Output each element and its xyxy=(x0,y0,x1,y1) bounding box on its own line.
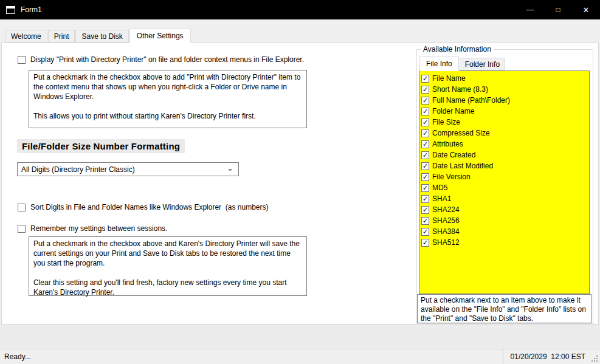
tab-save-to-disk[interactable]: Save to Disk xyxy=(75,30,128,43)
chevron-down-icon: ⌄ xyxy=(227,163,233,173)
status-datetime: 01/20/2029 12:00 EST xyxy=(503,349,585,364)
list-item[interactable]: ✓ Full Name (Path\Folder) xyxy=(419,95,589,106)
tab-folder-info[interactable]: Folder Info xyxy=(460,58,505,70)
checked-checkbox-icon: ✓ xyxy=(421,184,429,192)
remember-settings-label: Remember my settings between sessions. xyxy=(30,224,167,233)
checked-checkbox-icon: ✓ xyxy=(421,140,429,148)
list-item-label: Compressed Size xyxy=(432,129,490,137)
list-item-label: File Name xyxy=(432,74,466,83)
context-menu-help-text: Put a checkmark in the checkbox above to… xyxy=(29,70,307,128)
checked-checkbox-icon: ✓ xyxy=(421,118,429,126)
resize-grip-icon[interactable] xyxy=(591,355,598,362)
tab-other-settings[interactable]: Other Settings xyxy=(129,29,191,43)
app-icon xyxy=(6,6,15,14)
list-item[interactable]: ✓ Date Created xyxy=(419,149,589,160)
size-formatting-heading: File/Folder Size Number Formatting xyxy=(17,139,185,153)
remember-settings-checkbox[interactable] xyxy=(18,225,26,233)
checked-checkbox-icon: ✓ xyxy=(421,151,429,159)
size-format-dropdown[interactable]: All Digits (Directory Printer Classic) ⌄ xyxy=(17,162,239,176)
list-item[interactable]: ✓ File Version xyxy=(419,171,589,182)
file-info-list: ✓ File Name ✓ Short Name (8.3) ✓ Full Na… xyxy=(419,70,590,294)
list-item-label: SHA512 xyxy=(432,238,460,247)
checked-checkbox-icon: ✓ xyxy=(421,75,429,83)
checked-checkbox-icon: ✓ xyxy=(421,162,429,170)
checked-checkbox-icon: ✓ xyxy=(421,228,429,236)
context-menu-checkbox-label: Display "Print with Directory Printer" o… xyxy=(30,55,304,64)
list-item[interactable]: ✓ SHA384 xyxy=(419,226,589,237)
checked-checkbox-icon: ✓ xyxy=(421,195,429,203)
checked-checkbox-icon: ✓ xyxy=(421,217,429,225)
size-format-value: All Digits (Directory Printer Classic) xyxy=(21,165,135,174)
list-item-label: Attributes xyxy=(432,140,463,148)
list-item-label: Full Name (Path\Folder) xyxy=(432,96,510,105)
maximize-button[interactable]: □ xyxy=(544,0,572,19)
list-item-label: SHA256 xyxy=(432,216,460,225)
available-information-title: Available Information xyxy=(421,45,494,53)
available-information-group: Available Information File Info Folder I… xyxy=(416,49,593,324)
available-information-hint: Put a checkmark next to an item above to… xyxy=(417,294,591,323)
tab-welcome[interactable]: Welcome xyxy=(5,30,47,43)
tab-file-info[interactable]: File Info xyxy=(419,57,459,71)
footer-band: Help About Exit xyxy=(0,325,600,349)
list-item-label: SHA1 xyxy=(432,194,451,203)
list-item-label: Short Name (8.3) xyxy=(432,85,488,94)
list-item[interactable]: ✓ Short Name (8.3) xyxy=(419,84,589,95)
minimize-button[interactable]: — xyxy=(516,0,544,19)
checked-checkbox-icon: ✓ xyxy=(421,206,429,214)
remember-settings-help-text: Put a checkmark in the checkbox above an… xyxy=(29,236,307,296)
tab-print[interactable]: Print xyxy=(48,30,75,43)
app-window: Form1 — □ ✕ Welcome Print Save to Disk O… xyxy=(0,0,600,364)
checked-checkbox-icon: ✓ xyxy=(421,239,429,247)
titlebar: Form1 — □ ✕ xyxy=(0,0,600,19)
checked-checkbox-icon: ✓ xyxy=(421,129,429,137)
remember-settings-checkbox-row[interactable]: Remember my settings between sessions. xyxy=(18,224,167,233)
close-button[interactable]: ✕ xyxy=(572,0,600,19)
list-item[interactable]: ✓ File Size xyxy=(419,117,589,128)
sort-digits-label: Sort Digits in File and Folder Names lik… xyxy=(30,203,268,211)
list-item-label: File Size xyxy=(432,118,460,126)
list-item-label: Date Last Modified xyxy=(432,162,493,170)
list-item[interactable]: ✓ Attributes xyxy=(419,139,589,149)
checked-checkbox-icon: ✓ xyxy=(421,108,429,115)
list-item[interactable]: ✓ Folder Name xyxy=(419,106,589,117)
list-item[interactable]: ✓ SHA1 xyxy=(419,193,589,204)
checked-checkbox-icon: ✓ xyxy=(421,173,429,181)
checked-checkbox-icon: ✓ xyxy=(421,97,429,105)
context-menu-checkbox[interactable] xyxy=(18,56,26,64)
sort-digits-checkbox-row[interactable]: Sort Digits in File and Folder Names lik… xyxy=(18,203,268,211)
status-bar: Ready... 01/20/2029 12:00 EST xyxy=(0,349,600,364)
list-item-label: SHA224 xyxy=(432,205,460,214)
list-item[interactable]: ✓ MD5 xyxy=(419,182,589,193)
window-controls: — □ ✕ xyxy=(516,0,600,19)
list-item-label: SHA384 xyxy=(432,227,460,236)
list-item[interactable]: ✓ SHA256 xyxy=(419,215,589,226)
list-item[interactable]: ✓ Compressed Size xyxy=(419,128,589,139)
main-tabbar: Welcome Print Save to Disk Other Setting… xyxy=(0,19,600,43)
context-menu-checkbox-row[interactable]: Display "Print with Directory Printer" o… xyxy=(18,55,304,64)
list-item-label: MD5 xyxy=(432,184,447,192)
list-item-label: Folder Name xyxy=(432,107,474,115)
list-item-label: Date Created xyxy=(432,151,475,159)
info-tabbar: File Info Folder Info xyxy=(419,56,506,70)
list-item-label: File Version xyxy=(432,173,471,181)
status-ready-text: Ready... xyxy=(0,352,31,361)
sort-digits-checkbox[interactable] xyxy=(18,204,26,211)
other-settings-panel: Display "Print with Directory Printer" o… xyxy=(1,43,599,325)
window-title: Form1 xyxy=(21,5,42,14)
list-item[interactable]: ✓ File Name xyxy=(419,73,589,84)
list-item[interactable]: ✓ Date Last Modified xyxy=(419,160,589,171)
list-item[interactable]: ✓ SHA224 xyxy=(419,204,589,215)
list-item[interactable]: ✓ SHA512 xyxy=(419,237,589,248)
checked-checkbox-icon: ✓ xyxy=(421,86,429,94)
